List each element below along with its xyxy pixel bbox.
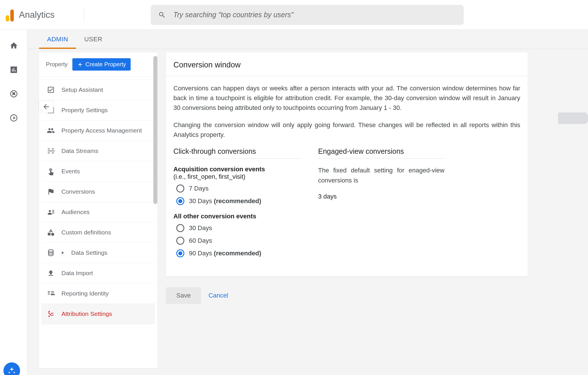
sidebar-item-conversions[interactable]: Conversions (41, 182, 155, 202)
category-icon (47, 228, 55, 236)
divider (84, 8, 84, 22)
sidebar-item-reporting-identity[interactable]: Reporting Identity (41, 283, 155, 304)
acquisition-subtitle: (i.e., first_open, first_visit) (173, 173, 301, 180)
audience-icon (47, 208, 55, 216)
sidebar-item-data-import[interactable]: Data Import (41, 263, 155, 283)
identity-icon (47, 289, 55, 298)
save-button[interactable]: Save (166, 287, 201, 304)
tab-user[interactable]: USER (76, 30, 110, 49)
radio-acq-30-days[interactable]: 30 Days (recommended) (176, 197, 301, 205)
create-property-button[interactable]: Create Property (72, 58, 131, 71)
top-bar: Analytics (0, 0, 588, 30)
explore-icon[interactable] (9, 90, 18, 98)
side-drawer-handle[interactable] (558, 112, 588, 124)
sidebar-item-property-settings[interactable]: Property Settings (41, 100, 155, 121)
radio-acq-7-days[interactable]: 7 Days (176, 184, 301, 193)
checklist-icon (47, 86, 55, 94)
sidebar-item-property-access[interactable]: Property Access Management (41, 121, 155, 141)
sidebar-item-custom-definitions[interactable]: Custom definitions (41, 222, 155, 243)
sidebar-item-setup-assistant[interactable]: Setup Assistant (41, 80, 155, 100)
stream-icon (47, 147, 55, 155)
sidebar-item-data-settings[interactable]: Data Settings (41, 243, 155, 263)
database-icon (47, 249, 55, 257)
analytics-logo-icon (6, 8, 14, 22)
app-name: Analytics (19, 10, 55, 20)
cancel-button[interactable]: Cancel (208, 292, 228, 299)
description-1: Conversions can happen days or weeks aft… (173, 83, 520, 113)
sidebar-item-attribution-settings[interactable]: Attribution Settings (41, 304, 155, 324)
advertising-icon[interactable] (9, 114, 18, 122)
search-icon (158, 11, 166, 19)
people-icon (47, 127, 55, 135)
property-label: Property (46, 61, 68, 68)
touch-icon (47, 167, 55, 175)
sparkle-icon (7, 366, 16, 375)
upload-icon (47, 269, 55, 277)
attribution-icon (47, 310, 55, 318)
other-events-title: All other conversion events (173, 213, 301, 220)
search-input[interactable] (173, 11, 456, 19)
flag-icon (47, 188, 55, 196)
radio-other-30-days[interactable]: 30 Days (176, 224, 301, 232)
reports-icon[interactable] (9, 65, 18, 74)
property-column: Property Create Property Setup Assistant… (39, 53, 157, 368)
sidebar-item-events[interactable]: Events (41, 161, 155, 182)
sidebar-item-data-streams[interactable]: Data Streams (41, 141, 155, 161)
scrollbar[interactable] (153, 56, 157, 204)
left-rail (0, 30, 28, 375)
radio-other-90-days[interactable]: 90 Days (recommended) (176, 249, 301, 257)
sidebar-item-audiences[interactable]: Audiences (41, 202, 155, 222)
home-icon[interactable] (9, 41, 18, 50)
acquisition-title: Acquisition conversion events (173, 166, 301, 173)
caret-right-icon (60, 250, 65, 255)
search-bar[interactable] (151, 5, 464, 25)
back-button[interactable] (39, 101, 53, 113)
plus-icon (77, 61, 83, 68)
admin-tabs: ADMIN USER (28, 30, 588, 49)
engaged-view-heading: Engaged-view conversions (318, 147, 444, 159)
card-title: Conversion window (173, 61, 520, 69)
engaged-view-value: 3 days (318, 193, 444, 200)
radio-other-60-days[interactable]: 60 Days (176, 237, 301, 245)
account-selector[interactable] (88, 6, 142, 24)
arrow-left-icon (42, 103, 50, 111)
click-through-heading: Click-through conversions (173, 147, 301, 159)
description-2: Changing the conversion window will only… (173, 120, 520, 140)
tab-admin[interactable]: ADMIN (39, 30, 76, 49)
conversion-window-card: Conversion window Conversions can happen… (166, 53, 528, 276)
engaged-view-text: The fixed default setting for enaged-vie… (318, 166, 444, 185)
